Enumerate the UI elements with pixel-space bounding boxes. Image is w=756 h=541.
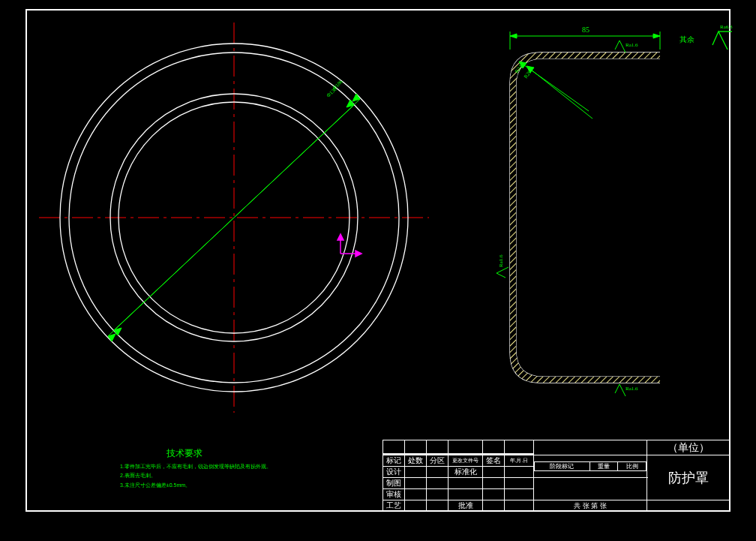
svg-marker-22 bbox=[653, 34, 660, 38]
section-view: 85 R24 R20 Ra1.6 Ra1.6 Ra1.6 bbox=[496, 26, 660, 396]
note-3: 3.未注尺寸公差偏差±0.5mm。 bbox=[120, 481, 272, 491]
finish-symbol-top: Ra1.6 bbox=[615, 41, 638, 53]
svg-text:Ra1.6: Ra1.6 bbox=[626, 386, 638, 392]
global-finish: 其余 Ra6.3 bbox=[680, 24, 733, 50]
title-block: （单位） 标记 处数 分区 更改文件号 签名 年.月.日 阶段标记重量比例 防护… bbox=[382, 440, 730, 512]
svg-marker-17 bbox=[338, 234, 344, 240]
dim-85: 85 bbox=[582, 26, 590, 34]
finish-symbol-bottom: Ra1.6 bbox=[615, 384, 638, 396]
svg-text:Ra6.3: Ra6.3 bbox=[720, 24, 733, 30]
finish-symbol-left: Ra1.6 bbox=[496, 254, 508, 278]
note-1: 1.零件加工完毕后，不应有毛刺，锐边倒发现等缺陷及有损外观。 bbox=[120, 462, 272, 472]
section-arrow-icon bbox=[338, 234, 362, 257]
svg-line-25 bbox=[526, 66, 592, 119]
note-2: 2.表面去毛刺。 bbox=[120, 471, 272, 481]
technical-requirements: 技术要求 1.零件加工完毕后，不应有毛刺，锐边倒发现等缺陷及有损外观。 2.表面… bbox=[120, 446, 272, 490]
svg-marker-21 bbox=[510, 34, 517, 38]
front-view: Φ130 Φ186 bbox=[39, 23, 429, 413]
svg-text:Ra1.6: Ra1.6 bbox=[498, 254, 504, 267]
unit-cell: （单位） bbox=[647, 440, 730, 455]
svg-text:其余: 其余 bbox=[680, 35, 694, 44]
svg-marker-16 bbox=[356, 251, 362, 257]
part-name-cell: 防护罩 bbox=[647, 455, 730, 500]
notes-title: 技术要求 bbox=[166, 446, 272, 462]
svg-text:Ra1.6: Ra1.6 bbox=[626, 42, 638, 48]
